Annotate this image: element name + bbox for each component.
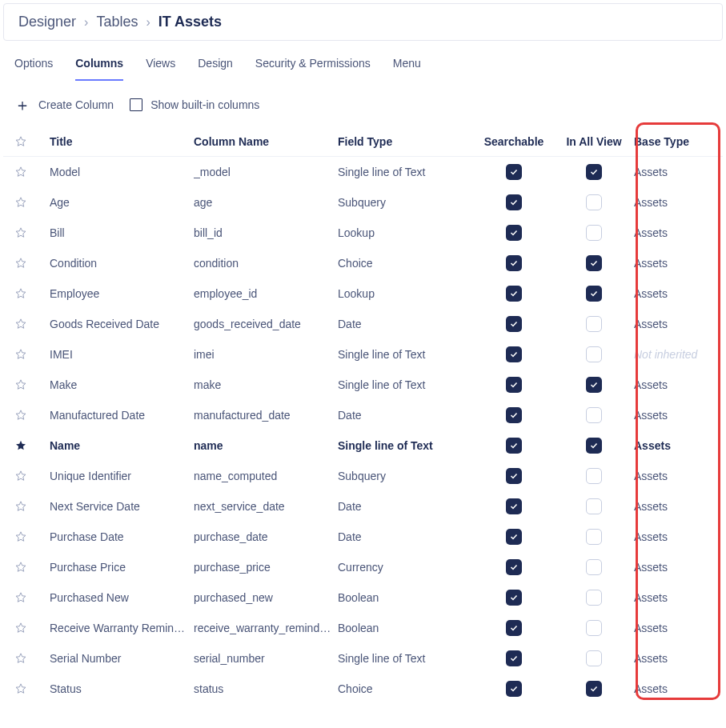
- base-type: Assets: [634, 439, 706, 452]
- searchable-checkbox[interactable]: [506, 316, 522, 332]
- table-row[interactable]: Purchase Datepurchase_dateDateAssets: [3, 522, 723, 552]
- star-icon[interactable]: [14, 196, 27, 209]
- star-icon[interactable]: [14, 591, 27, 604]
- breadcrumb-item[interactable]: Tables: [96, 14, 138, 30]
- table-row[interactable]: Goods Received Dategoods_received_dateDa…: [3, 309, 723, 339]
- in-all-view-checkbox[interactable]: [586, 377, 602, 393]
- table-row[interactable]: Employeeemployee_idLookupAssets: [3, 278, 723, 309]
- in-all-view-checkbox[interactable]: [586, 681, 602, 697]
- table-row[interactable]: Purchased Newpurchased_newBooleanAssets: [3, 582, 723, 613]
- tab-menu[interactable]: Menu: [393, 57, 421, 81]
- column-name: status: [194, 682, 338, 695]
- star-icon[interactable]: [14, 470, 27, 482]
- star-icon[interactable]: [14, 257, 27, 270]
- star-icon[interactable]: [14, 652, 27, 665]
- table-row[interactable]: Next Service Datenext_service_dateDateAs…: [3, 491, 723, 522]
- star-icon[interactable]: [14, 378, 27, 391]
- header-column-name[interactable]: Column Name: [194, 135, 338, 148]
- in-all-view-checkbox[interactable]: [586, 438, 602, 454]
- searchable-checkbox[interactable]: [506, 529, 522, 545]
- header-searchable[interactable]: Searchable: [474, 135, 554, 148]
- table-row[interactable]: Manufactured Datemanufactured_dateDateAs…: [3, 400, 723, 430]
- field-type: Single line of Text: [338, 439, 474, 452]
- in-all-view-checkbox[interactable]: [586, 225, 602, 241]
- column-title: IMEI: [50, 348, 194, 361]
- base-type: Assets: [634, 378, 706, 391]
- table-row[interactable]: IMEIimeiSingle line of TextNot inherited: [3, 339, 723, 370]
- star-icon[interactable]: [14, 682, 27, 695]
- in-all-view-checkbox[interactable]: [586, 407, 602, 423]
- in-all-view-checkbox[interactable]: [586, 468, 602, 484]
- star-icon[interactable]: [14, 318, 27, 330]
- searchable-checkbox[interactable]: [506, 438, 522, 454]
- searchable-checkbox[interactable]: [506, 681, 522, 697]
- searchable-checkbox[interactable]: [506, 346, 522, 362]
- tab-views[interactable]: Views: [146, 57, 175, 81]
- in-all-view-checkbox[interactable]: [586, 255, 602, 271]
- star-icon[interactable]: [14, 439, 27, 452]
- column-title: Purchase Price: [50, 561, 194, 574]
- searchable-checkbox[interactable]: [506, 255, 522, 271]
- searchable-checkbox[interactable]: [506, 164, 522, 180]
- table-row[interactable]: NamenameSingle line of TextAssets: [3, 430, 723, 461]
- searchable-checkbox[interactable]: [506, 225, 522, 241]
- searchable-checkbox[interactable]: [506, 194, 522, 210]
- star-icon[interactable]: [14, 622, 27, 634]
- tab-design[interactable]: Design: [198, 57, 233, 81]
- table-row[interactable]: Unique Identifiername_computedSubqueryAs…: [3, 461, 723, 491]
- tab-columns[interactable]: Columns: [75, 57, 123, 81]
- tab-options[interactable]: Options: [14, 57, 53, 81]
- breadcrumb-item[interactable]: Designer: [18, 14, 76, 30]
- searchable-checkbox[interactable]: [506, 498, 522, 514]
- field-type: Lookup: [338, 287, 474, 300]
- in-all-view-checkbox[interactable]: [586, 498, 602, 514]
- create-column-button[interactable]: ＋ Create Column: [14, 97, 114, 113]
- in-all-view-checkbox[interactable]: [586, 316, 602, 332]
- star-icon[interactable]: [14, 409, 27, 422]
- in-all-view-checkbox[interactable]: [586, 529, 602, 545]
- table-row[interactable]: Receive Warranty Remindersreceive_warran…: [3, 613, 723, 643]
- table-row[interactable]: Billbill_idLookupAssets: [3, 218, 723, 248]
- star-icon[interactable]: [14, 287, 27, 300]
- in-all-view-checkbox[interactable]: [586, 590, 602, 606]
- star-icon[interactable]: [14, 500, 27, 513]
- table-row[interactable]: MakemakeSingle line of TextAssets: [3, 370, 723, 400]
- breadcrumb-item[interactable]: IT Assets: [158, 14, 222, 30]
- table-row[interactable]: Purchase Pricepurchase_priceCurrencyAsse…: [3, 552, 723, 582]
- column-title: Goods Received Date: [50, 318, 194, 330]
- star-icon[interactable]: [14, 166, 27, 178]
- star-icon[interactable]: [14, 226, 27, 239]
- table-row[interactable]: StatusstatusChoiceAssets: [3, 674, 723, 704]
- table-row[interactable]: AgeageSubqueryAssets: [3, 187, 723, 218]
- table-row[interactable]: Model_modelSingle line of TextAssets: [3, 157, 723, 187]
- header-title[interactable]: Title: [50, 135, 194, 148]
- searchable-checkbox[interactable]: [506, 286, 522, 302]
- in-all-view-checkbox[interactable]: [586, 164, 602, 180]
- in-all-view-checkbox[interactable]: [586, 650, 602, 666]
- tab-security-permissions[interactable]: Security & Permissions: [255, 57, 371, 81]
- searchable-checkbox[interactable]: [506, 407, 522, 423]
- table-row[interactable]: Serial Numberserial_numberSingle line of…: [3, 643, 723, 674]
- header-in-all-view[interactable]: In All View: [554, 135, 634, 148]
- column-name: receive_warranty_reminders: [194, 622, 338, 634]
- in-all-view-checkbox[interactable]: [586, 286, 602, 302]
- searchable-checkbox[interactable]: [506, 620, 522, 636]
- field-type: Single line of Text: [338, 652, 474, 665]
- header-field-type[interactable]: Field Type: [338, 135, 474, 148]
- show-builtin-toggle[interactable]: Show built-in columns: [130, 98, 259, 111]
- searchable-checkbox[interactable]: [506, 559, 522, 575]
- header-base-type[interactable]: Base Type: [634, 135, 706, 148]
- in-all-view-checkbox[interactable]: [586, 346, 602, 362]
- searchable-checkbox[interactable]: [506, 650, 522, 666]
- in-all-view-checkbox[interactable]: [586, 559, 602, 575]
- star-icon[interactable]: [14, 530, 27, 543]
- searchable-checkbox[interactable]: [506, 377, 522, 393]
- table-row[interactable]: ConditionconditionChoiceAssets: [3, 248, 723, 278]
- in-all-view-checkbox[interactable]: [586, 194, 602, 210]
- in-all-view-checkbox[interactable]: [586, 620, 602, 636]
- searchable-checkbox[interactable]: [506, 590, 522, 606]
- star-icon[interactable]: [14, 348, 27, 361]
- searchable-checkbox[interactable]: [506, 468, 522, 484]
- column-name: condition: [194, 257, 338, 270]
- star-icon[interactable]: [14, 561, 27, 574]
